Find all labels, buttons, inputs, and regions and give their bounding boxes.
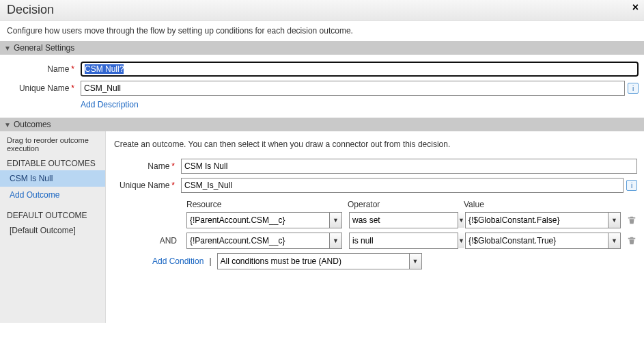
drag-reorder-hint: Drag to reorder outcome execution (0, 134, 105, 157)
info-icon[interactable]: i (628, 83, 639, 94)
chevron-down-icon[interactable]: ▼ (608, 233, 620, 248)
outcome-unique-name-label: Unique Name* (113, 181, 181, 190)
resource-combobox[interactable]: ▼ (186, 212, 342, 228)
chevron-down-icon[interactable]: ▼ (409, 254, 421, 269)
condition-logic-input[interactable] (218, 254, 409, 269)
column-header-value: Value (464, 200, 625, 209)
section-title: Outcomes (14, 120, 51, 129)
condition-row: AND ▼ ▼ ▼ (113, 233, 637, 249)
name-input[interactable] (81, 62, 639, 77)
condition-row: ▼ ▼ ▼ (113, 212, 637, 228)
condition-logic-combobox[interactable]: ▼ (217, 253, 422, 269)
chevron-down-icon[interactable]: ▼ (458, 213, 464, 228)
resource-input[interactable] (187, 233, 329, 248)
general-settings-body: Name* Unique Name* i Add Description (0, 55, 644, 118)
add-outcome-link[interactable]: Add Outcome (0, 187, 105, 203)
operator-combobox[interactable]: ▼ (349, 233, 458, 249)
separator: | (209, 256, 211, 266)
outcomes-section-header[interactable]: ▼ Outcomes (0, 118, 644, 131)
dialog-header: Decision × (0, 0, 644, 21)
disclosure-triangle-icon: ▼ (4, 121, 11, 129)
column-header-resource: Resource (186, 200, 348, 209)
add-description-link[interactable]: Add Description (81, 100, 139, 109)
dialog-title: Decision (7, 3, 637, 17)
value-input[interactable] (466, 213, 608, 228)
sidebar-item-outcome[interactable]: CSM Is Null (0, 170, 105, 187)
outcome-unique-name-input[interactable] (181, 178, 624, 193)
chevron-down-icon[interactable]: ▼ (608, 213, 620, 228)
operator-input[interactable] (350, 213, 458, 228)
delete-condition-icon[interactable] (626, 235, 637, 246)
chevron-down-icon[interactable]: ▼ (329, 233, 341, 248)
section-title: General Settings (14, 43, 74, 53)
chevron-down-icon[interactable]: ▼ (458, 233, 464, 248)
add-condition-link[interactable]: Add Condition (152, 256, 204, 266)
outcome-name-label: Name* (113, 161, 181, 171)
chevron-down-icon[interactable]: ▼ (329, 213, 341, 228)
value-combobox[interactable]: ▼ (465, 233, 621, 249)
unique-name-label: Unique Name* (5, 83, 81, 93)
editable-outcomes-heading: EDITABLE OUTCOMES (0, 157, 105, 170)
close-icon[interactable]: × (632, 1, 639, 14)
general-settings-header[interactable]: ▼ General Settings (0, 41, 644, 55)
unique-name-input[interactable] (81, 81, 625, 96)
operator-input[interactable] (350, 233, 458, 248)
operator-combobox[interactable]: ▼ (349, 212, 458, 228)
name-label: Name* (5, 64, 81, 74)
outcome-name-input[interactable] (181, 159, 637, 174)
sidebar-item-default-outcome[interactable]: [Default Outcome] (0, 222, 105, 239)
disclosure-triangle-icon: ▼ (4, 44, 11, 52)
conditions-table: Resource Operator Value ▼ ▼ ▼ (113, 200, 637, 269)
resource-combobox[interactable]: ▼ (186, 233, 342, 249)
info-icon[interactable]: i (626, 180, 637, 191)
outcome-detail-pane: Create an outcome. You can then select i… (106, 131, 644, 323)
column-header-operator: Operator (348, 200, 464, 209)
and-label: AND (113, 236, 186, 246)
value-combobox[interactable]: ▼ (465, 212, 621, 228)
default-outcome-heading: DEFAULT OUTCOME (0, 209, 105, 222)
dialog-description: Configure how users move through the flo… (0, 21, 644, 41)
outcomes-sidebar: Drag to reorder outcome execution EDITAB… (0, 131, 106, 323)
delete-condition-icon[interactable] (626, 215, 637, 226)
outcome-create-hint: Create an outcome. You can then select i… (114, 140, 637, 149)
value-input[interactable] (466, 233, 608, 248)
resource-input[interactable] (187, 213, 329, 228)
